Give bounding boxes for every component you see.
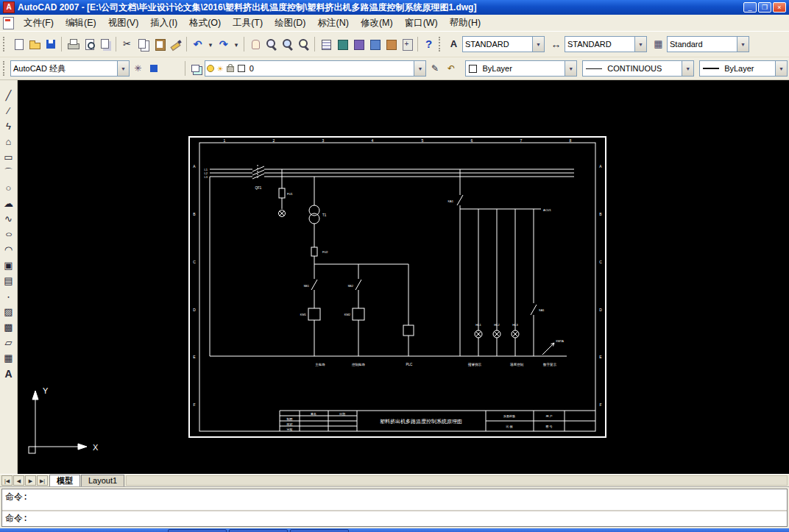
mkblock-button[interactable] — [1, 273, 17, 288]
save-workspace-button[interactable] — [146, 61, 162, 77]
command-prompt-line[interactable]: 命令: — [2, 511, 787, 526]
toolbar-grip[interactable] — [3, 61, 8, 76]
dim-style-combo[interactable]: STANDARD ▼ — [565, 36, 647, 52]
menu-item-5[interactable]: 工具(T) — [227, 16, 269, 29]
menu-item-9[interactable]: 窗口(W) — [399, 16, 444, 29]
open-button[interactable] — [26, 37, 42, 52]
layer-properties-button[interactable] — [188, 61, 204, 77]
make-layer-current-button[interactable] — [427, 61, 442, 77]
tab-next-button[interactable] — [25, 475, 36, 486]
table-style-button[interactable] — [651, 37, 666, 52]
lineweight-combo[interactable]: ByLayer ▼ — [699, 60, 788, 77]
dropdown-arrow-icon[interactable]: ▼ — [532, 37, 544, 52]
command-box[interactable]: 命令: 命令: — [1, 489, 788, 527]
match-button[interactable] — [168, 37, 183, 52]
ellipse-button[interactable] — [1, 227, 17, 242]
redo-button[interactable] — [216, 37, 231, 52]
menu-item-10[interactable]: 帮助(H) — [444, 16, 487, 29]
undodrop-button[interactable] — [206, 37, 215, 52]
tab-model[interactable]: 模型 — [49, 475, 80, 486]
layer-previous-button[interactable] — [443, 61, 459, 77]
dim-style-button[interactable] — [548, 37, 564, 52]
undo-button[interactable] — [190, 37, 205, 52]
plot-button[interactable] — [65, 37, 80, 52]
dropdown-arrow-icon[interactable]: ▼ — [775, 61, 787, 76]
menu-item-1[interactable]: 编辑(E) — [60, 16, 102, 29]
insblock-button[interactable] — [1, 258, 17, 273]
polygon-button[interactable] — [1, 134, 17, 149]
point-button[interactable] — [1, 288, 17, 304]
drawing-file-icon[interactable] — [3, 17, 14, 29]
workspace-settings-button[interactable] — [130, 61, 146, 77]
restore-button[interactable]: ❐ — [758, 2, 771, 13]
dropdown-arrow-icon[interactable]: ▼ — [117, 61, 129, 76]
minimize-button[interactable]: _ — [743, 2, 757, 13]
sheetset-button[interactable] — [367, 37, 382, 52]
paste-button[interactable] — [152, 37, 167, 52]
layer-lock-icon[interactable] — [227, 66, 234, 72]
menu-item-4[interactable]: 格式(O) — [183, 16, 227, 29]
menu-item-8[interactable]: 修改(M) — [355, 16, 399, 29]
menu-item-6[interactable]: 绘图(D) — [269, 16, 311, 29]
dropdown-arrow-icon[interactable]: ▼ — [682, 61, 693, 76]
zoomprev-button[interactable] — [296, 37, 311, 52]
toolbar-grip[interactable] — [3, 37, 8, 52]
palettes-button[interactable] — [350, 37, 366, 52]
zoom-button[interactable] — [263, 37, 279, 52]
ellipsearc-button[interactable] — [1, 242, 17, 258]
line-button[interactable] — [1, 88, 17, 103]
table-button[interactable] — [1, 350, 17, 366]
linetype-combo[interactable]: CONTINUOUS ▼ — [582, 60, 694, 77]
close-button[interactable]: × — [773, 2, 786, 13]
calc-button[interactable] — [399, 37, 414, 52]
hatch-button[interactable] — [1, 304, 17, 319]
dropdown-arrow-icon[interactable]: ▼ — [737, 37, 749, 52]
circle-button[interactable] — [1, 180, 17, 196]
redodrop-button[interactable] — [232, 37, 241, 52]
markup-button[interactable] — [383, 37, 398, 52]
text-style-button[interactable] — [446, 37, 461, 52]
menu-item-0[interactable]: 文件(F) — [18, 16, 60, 29]
menu-item-3[interactable]: 插入(I) — [144, 16, 183, 29]
dropdown-arrow-icon[interactable]: ▼ — [414, 61, 425, 76]
horizontal-scrollbar-track[interactable] — [126, 475, 788, 486]
workspace-combo[interactable]: AutoCAD 经典 ▼ — [10, 60, 130, 77]
layer-freeze-sun-icon[interactable]: ☀ — [217, 65, 224, 73]
layer-combo[interactable]: ☀ 0 ▼ — [205, 60, 427, 77]
spline-button[interactable] — [1, 211, 17, 227]
color-combo[interactable]: ByLayer ▼ — [465, 60, 577, 77]
xline-button[interactable] — [1, 103, 17, 118]
dcenter-button[interactable] — [334, 37, 350, 52]
gradient-button[interactable] — [1, 319, 17, 335]
tab-first-button[interactable] — [1, 475, 13, 486]
toolbar-grip[interactable] — [439, 37, 444, 52]
help-button[interactable] — [421, 37, 436, 52]
rectangle-button[interactable] — [1, 149, 17, 165]
menu-item-7[interactable]: 标注(N) — [312, 16, 355, 29]
table-style-combo[interactable]: Standard ▼ — [667, 36, 749, 52]
mtext-button[interactable] — [1, 366, 17, 381]
pan-button[interactable] — [247, 37, 263, 52]
zoomwin-button[interactable] — [280, 37, 295, 52]
arc-button[interactable] — [1, 165, 17, 180]
tab-layout1[interactable]: Layout1 — [81, 475, 124, 486]
dropdown-arrow-icon[interactable]: ▼ — [565, 61, 576, 76]
drawing-canvas[interactable]: 12345678ABCDEFABCDEFL1L2L3QF1FU1T1FU2SB1… — [18, 80, 789, 474]
props-button[interactable] — [318, 37, 333, 52]
taskbar-button[interactable] — [290, 529, 349, 532]
text-style-combo[interactable]: STANDARD ▼ — [462, 36, 545, 52]
taskbar-button[interactable] — [229, 529, 288, 532]
preview-button[interactable] — [81, 37, 96, 52]
tab-previous-button[interactable] — [13, 475, 24, 486]
tab-last-button[interactable] — [37, 475, 48, 486]
dropdown-arrow-icon[interactable]: ▼ — [634, 37, 646, 52]
copy-button[interactable] — [135, 37, 151, 52]
pline-button[interactable] — [1, 118, 17, 134]
publish-button[interactable] — [97, 37, 113, 52]
taskbar-button[interactable] — [168, 529, 227, 532]
region-button[interactable] — [1, 335, 17, 350]
new-button[interactable] — [10, 37, 26, 52]
save-button[interactable] — [43, 37, 58, 52]
layer-on-bulb-icon[interactable] — [207, 65, 214, 72]
revcloud-button[interactable] — [1, 196, 17, 211]
